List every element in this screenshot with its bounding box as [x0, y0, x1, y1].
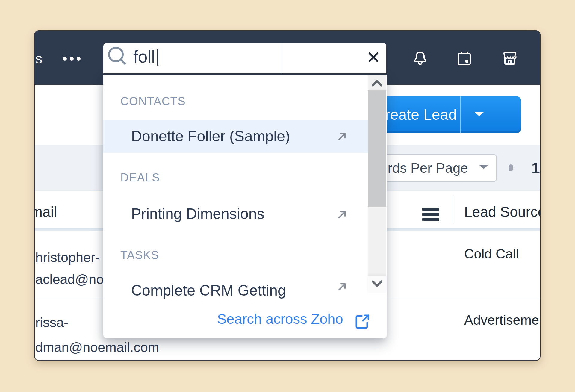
crm-window: s: [34, 30, 541, 361]
result-item-task[interactable]: Complete CRM Getting: [131, 281, 286, 299]
close-icon[interactable]: [367, 51, 379, 63]
column-settings-icon[interactable]: [422, 208, 439, 223]
calendar-icon[interactable]: [456, 49, 473, 67]
separator-dot: [509, 164, 513, 171]
button-split-divider: [460, 96, 461, 133]
lead-source-column-header[interactable]: Lead Source: [464, 203, 541, 221]
lead-source-cell[interactable]: Cold Call: [464, 246, 519, 262]
open-record-arrow-icon[interactable]: [337, 281, 347, 292]
record-count: 1: [532, 159, 540, 177]
email-column-header[interactable]: mail: [34, 203, 57, 221]
section-label-deals: DEALS: [120, 171, 160, 184]
open-record-arrow-icon[interactable]: [337, 209, 347, 220]
email-cell-line[interactable]: hristopher-: [35, 249, 100, 266]
open-record-arrow-icon[interactable]: [337, 131, 347, 141]
search-icon: [108, 46, 127, 66]
dropdown-scrollbar[interactable]: [368, 75, 386, 293]
bell-icon[interactable]: [411, 49, 429, 67]
search-across-zoho-link[interactable]: Search across Zoho: [217, 310, 343, 328]
email-cell-line[interactable]: rissa-: [35, 314, 68, 331]
column-divider: [453, 195, 453, 224]
clipped-nav-item[interactable]: s: [35, 50, 42, 68]
global-search-box[interactable]: foll: [103, 43, 386, 75]
result-item-contact[interactable]: Donette Foller (Sample): [131, 127, 290, 145]
scroll-down-button[interactable]: [368, 276, 386, 293]
section-label-tasks: TASKS: [120, 248, 159, 262]
search-results-dropdown: CONTACTS Donette Foller (Sample) DEALS P…: [103, 75, 387, 338]
desktop-background: s: [0, 0, 575, 392]
scrollbar-thumb[interactable]: [368, 90, 386, 207]
external-link-icon[interactable]: [354, 313, 371, 330]
select-caret-icon[interactable]: [479, 165, 488, 169]
create-lead-dropdown-caret-icon[interactable]: [474, 112, 484, 116]
result-item-deal[interactable]: Printing Dimensions: [131, 205, 264, 223]
lead-source-cell[interactable]: Advertisement: [464, 312, 541, 329]
more-menu-icon[interactable]: [63, 57, 81, 61]
text-caret: [157, 49, 158, 66]
email-cell-line[interactable]: dman@noemail.com: [35, 339, 159, 356]
section-label-contacts: CONTACTS: [120, 94, 186, 108]
search-input[interactable]: foll: [133, 47, 155, 66]
search-section-divider: [282, 43, 282, 73]
scroll-up-button[interactable]: [368, 75, 386, 90]
marketplace-icon[interactable]: [501, 49, 518, 67]
